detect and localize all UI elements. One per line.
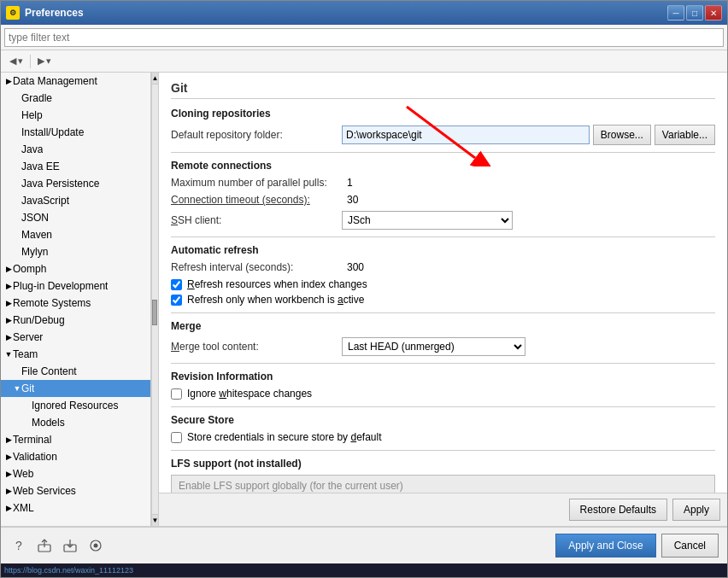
page-title: Git <box>171 81 715 99</box>
maximize-button[interactable]: □ <box>686 5 703 20</box>
ignore-whitespace-checkbox[interactable] <box>171 388 182 400</box>
nav-separator <box>30 55 31 68</box>
expand-arrow-icon: ▶ <box>4 77 13 85</box>
sidebar-item-run-debug[interactable]: ▶ Run/Debug <box>1 312 150 329</box>
ssh-client-label: SSH client: <box>171 214 342 226</box>
cloning-section-label: Cloning repositories <box>171 108 715 120</box>
circle-icon[interactable] <box>86 536 105 555</box>
expand-arrow-icon: ▶ <box>4 265 13 273</box>
filter-input[interactable] <box>4 28 724 47</box>
refresh-interval-label: Refresh interval (seconds): <box>171 261 342 273</box>
default-folder-label: Default repository folder: <box>171 129 342 141</box>
browse-button[interactable]: Browse... <box>593 125 651 145</box>
variable-button[interactable]: Variable... <box>655 125 715 145</box>
sidebar-item-plugin-development[interactable]: ▶ Plug-in Development <box>1 277 150 295</box>
connection-timeout-value: 30 <box>347 194 358 206</box>
sidebar-scroll-up[interactable]: ▲ <box>152 73 158 85</box>
divider-6 <box>171 450 715 451</box>
sidebar-item-xml[interactable]: ▶ XML <box>1 499 150 517</box>
sidebar-item-javascript[interactable]: JavaScript <box>1 192 150 209</box>
secure-store-section-label: Secure Store <box>171 414 715 426</box>
git-settings-panel: Git Cloning reposito <box>159 73 727 493</box>
divider-2 <box>171 236 715 237</box>
default-folder-input[interactable] <box>342 126 590 144</box>
divider-5 <box>171 406 715 407</box>
expand-arrow-icon: ▶ <box>4 333 13 342</box>
remote-section-label: Remote connections <box>171 160 715 172</box>
body-area: ▶ Data Management Gradle Help Install/Up… <box>1 73 727 526</box>
refresh-workbench-checkbox[interactable] <box>171 295 182 306</box>
sidebar-item-web-services[interactable]: ▶ Web Services <box>1 482 150 499</box>
main-content: ◀ ▾ ▶ ▾ ▶ Data Management Gra <box>1 25 727 526</box>
merge-section-label: Merge <box>171 320 715 332</box>
import-icon[interactable] <box>61 536 79 555</box>
ignore-whitespace-row: Ignore whitespace changes <box>171 388 715 400</box>
url-bar: https://blog.csdn.net/waxin_11112123 <box>1 563 727 577</box>
footer-bar: ? <box>1 526 727 563</box>
help-icon[interactable]: ? <box>9 536 28 555</box>
minimize-button[interactable]: ─ <box>667 5 684 20</box>
refresh-resources-label: Refresh resources when index changes <box>187 278 367 290</box>
sidebar-item-java[interactable]: Java <box>1 141 150 158</box>
expand-arrow-icon: ▶ <box>4 452 13 461</box>
sidebar-item-java-ee[interactable]: Java EE <box>1 158 150 175</box>
sidebar-scroll-down[interactable]: ▼ <box>152 514 158 526</box>
sidebar-item-web[interactable]: ▶ Web <box>1 465 150 482</box>
sidebar-item-validation[interactable]: ▶ Validation <box>1 448 150 465</box>
restore-defaults-button[interactable]: Restore Defaults <box>569 499 667 521</box>
sidebar-item-team[interactable]: ▼ Team <box>1 346 150 363</box>
sidebar-item-models[interactable]: Models <box>1 414 150 431</box>
expand-arrow-icon: ▶ <box>4 504 13 512</box>
parallel-pulls-value: 1 <box>347 177 353 189</box>
window-icon: ⚙ <box>6 6 20 20</box>
merge-tool-dropdown[interactable]: Last HEAD (unmerged) Pre-merge state Cur… <box>342 337 525 356</box>
export-icon[interactable] <box>35 536 54 555</box>
sidebar-scrollbar: ▲ ▼ <box>151 73 158 526</box>
sidebar-item-ignored-resources[interactable]: Ignored Resources <box>1 397 150 414</box>
sidebar-item-git[interactable]: ▼ Git <box>1 380 150 397</box>
store-credentials-row: Store credentials in secure store by def… <box>171 431 715 443</box>
back-icon: ◀ <box>9 55 16 67</box>
apply-and-close-button[interactable]: Apply and Close <box>555 534 655 558</box>
window-title: Preferences <box>25 7 667 19</box>
sidebar-item-remote-systems[interactable]: ▶ Remote Systems <box>1 295 150 312</box>
sidebar-container: ▶ Data Management Gradle Help Install/Up… <box>1 73 159 526</box>
cancel-button[interactable]: Cancel <box>661 534 719 558</box>
store-credentials-checkbox[interactable] <box>171 432 182 443</box>
connection-timeout-row: Connection timeout (seconds): 30 <box>171 194 715 206</box>
forward-dropdown[interactable]: ▾ <box>46 55 51 67</box>
ssh-client-dropdown[interactable]: JSch OpenSSH <box>342 211 513 230</box>
sidebar-item-mylyn[interactable]: Mylyn <box>1 243 150 260</box>
refresh-section-label: Automatic refresh <box>171 244 715 256</box>
back-dropdown[interactable]: ▾ <box>18 55 23 67</box>
button-row: Restore Defaults Apply <box>159 493 727 526</box>
lfs-enable-button[interactable]: Enable LFS support globally (for the cur… <box>171 475 715 493</box>
sidebar-item-java-persistence[interactable]: Java Persistence <box>1 175 150 192</box>
close-button[interactable]: ✕ <box>705 5 722 20</box>
sidebar-item-gradle[interactable]: Gradle <box>1 90 150 107</box>
expand-arrow-icon: ▶ <box>4 470 13 478</box>
sidebar-item-json[interactable]: JSON <box>1 209 150 226</box>
lfs-section-label: LFS support (not installed) <box>171 458 715 470</box>
forward-button[interactable]: ▶ ▾ <box>34 54 55 68</box>
sidebar-item-terminal[interactable]: ▶ Terminal <box>1 431 150 448</box>
sidebar-item-server[interactable]: ▶ Server <box>1 329 150 346</box>
sidebar-item-maven[interactable]: Maven <box>1 226 150 243</box>
footer-buttons: Apply and Close Cancel <box>555 534 719 558</box>
parallel-pulls-row: Maximum number of parallel pulls: 1 <box>171 177 715 189</box>
window-controls: ─ □ ✕ <box>667 5 722 20</box>
refresh-resources-checkbox[interactable] <box>171 279 182 290</box>
sidebar-item-data-management[interactable]: ▶ Data Management <box>1 73 150 90</box>
expand-arrow-icon: ▶ <box>4 299 13 307</box>
refresh-resources-row: Refresh resources when index changes <box>171 278 715 290</box>
parallel-pulls-label: Maximum number of parallel pulls: <box>171 177 342 189</box>
apply-button[interactable]: Apply <box>672 499 720 521</box>
sidebar-item-install-update[interactable]: Install/Update <box>1 124 150 141</box>
expand-arrow-icon: ▼ <box>4 350 13 359</box>
sidebar-item-oomph[interactable]: ▶ Oomph <box>1 260 150 277</box>
back-button[interactable]: ◀ ▾ <box>6 54 26 68</box>
expand-arrow-icon: ▶ <box>4 487 13 495</box>
sidebar-item-help[interactable]: Help <box>1 107 150 124</box>
sidebar-item-file-content[interactable]: File Content <box>1 363 150 380</box>
sidebar-scroll-thumb[interactable] <box>152 300 157 325</box>
